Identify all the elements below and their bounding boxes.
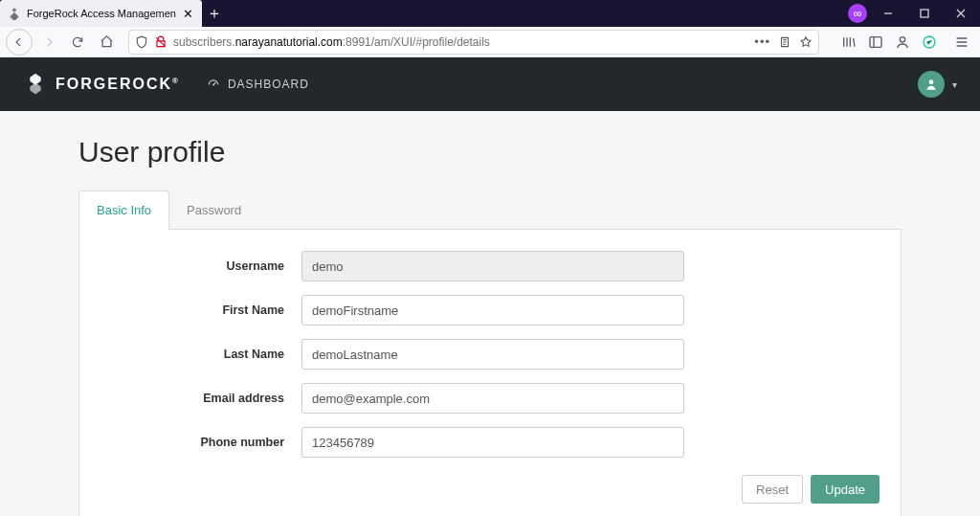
url-prefix: subscribers. [173, 35, 235, 49]
url-bar[interactable]: subscribers.narayanatutorial.com:8991/am… [128, 30, 819, 55]
window-maximize-button[interactable] [909, 0, 940, 27]
label-username: Username [100, 259, 301, 273]
extension-icon[interactable] [917, 30, 942, 55]
browser-titlebar: ForgeRock Access Managemen ✕ ＋ ∞ [0, 0, 980, 27]
svg-point-2 [900, 36, 904, 41]
brand-registered: ® [172, 77, 180, 85]
nav-dashboard-label: DASHBOARD [228, 78, 309, 91]
tab-basic-info[interactable]: Basic Info [78, 191, 169, 230]
profile-panel: Username First Name Last Name Email addr… [78, 230, 902, 516]
app-header: FORGEROCK® DASHBOARD ▾ [0, 57, 980, 111]
app-menu-icon[interactable] [949, 30, 974, 55]
library-icon[interactable] [836, 30, 861, 55]
user-menu[interactable]: ▾ [918, 71, 957, 98]
new-tab-button[interactable]: ＋ [202, 4, 227, 24]
label-email: Email address [100, 392, 301, 405]
shield-icon [135, 35, 148, 49]
reader-view-icon[interactable] [778, 35, 791, 49]
last-name-field[interactable] [301, 339, 684, 370]
svg-rect-1 [870, 36, 881, 47]
reset-button[interactable]: Reset [742, 475, 803, 504]
close-icon[interactable]: ✕ [182, 8, 194, 20]
email-field[interactable] [301, 383, 684, 414]
account-icon[interactable] [890, 30, 915, 55]
nav-reload-button[interactable] [65, 30, 90, 55]
label-last-name: Last Name [100, 348, 301, 361]
dashboard-icon [207, 78, 220, 91]
svg-rect-0 [921, 10, 928, 17]
tab-password-label: Password [187, 203, 241, 217]
sidebar-toggle-icon[interactable] [863, 30, 888, 55]
tabs: Basic Info Password [78, 190, 902, 230]
tab-basic-info-label: Basic Info [97, 203, 151, 217]
page-actions-icon[interactable]: ••• [754, 34, 770, 49]
bookmark-star-icon[interactable] [799, 35, 813, 49]
tab-password[interactable]: Password [168, 191, 259, 230]
browser-toolbar: subscribers.narayanatutorial.com:8991/am… [0, 27, 980, 57]
window-minimize-button[interactable] [873, 0, 903, 27]
first-name-field[interactable] [301, 295, 684, 325]
account-badge-icon[interactable]: ∞ [848, 4, 867, 23]
tab-title: ForgeRock Access Managemen [27, 8, 176, 19]
window-close-button[interactable] [946, 0, 976, 27]
brand[interactable]: FORGEROCK® [23, 72, 180, 97]
brand-logo-icon [23, 72, 48, 97]
nav-back-button[interactable] [6, 29, 33, 56]
page-title: User profile [78, 136, 902, 168]
brand-text: FORGEROCK [56, 76, 172, 92]
page-body: User profile Basic Info Password Usernam… [0, 111, 980, 516]
insecure-icon [154, 35, 167, 49]
nav-forward-button[interactable] [36, 30, 61, 55]
phone-field[interactable] [301, 427, 684, 458]
label-phone: Phone number [100, 436, 301, 449]
url-domain: narayanatutorial.com [235, 35, 343, 49]
url-suffix: :8991/am/XUI/#profile/details [343, 35, 490, 49]
browser-tab[interactable]: ForgeRock Access Managemen ✕ [0, 0, 202, 27]
username-field [301, 251, 684, 281]
nav-dashboard-link[interactable]: DASHBOARD [207, 78, 309, 91]
url-text: subscribers.narayanatutorial.com:8991/am… [173, 35, 748, 49]
update-button[interactable]: Update [811, 475, 880, 504]
favicon-icon [8, 7, 21, 20]
svg-point-5 [929, 79, 934, 84]
svg-point-4 [212, 84, 214, 86]
nav-home-button[interactable] [94, 30, 119, 55]
label-first-name: First Name [100, 303, 301, 317]
avatar-icon [918, 71, 945, 98]
chevron-down-icon: ▾ [952, 79, 957, 90]
